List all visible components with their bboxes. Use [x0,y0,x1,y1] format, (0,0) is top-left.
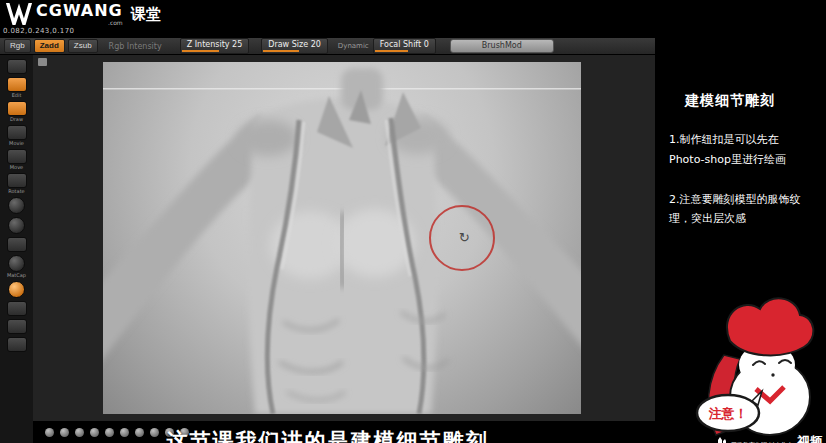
mascot-hat [727,298,813,355]
move-icon[interactable] [7,149,27,164]
zadd-button[interactable]: Zadd [34,39,65,53]
layer-icon[interactable] [7,337,27,352]
brand-logo: CGWANG .com 课堂 [6,3,161,26]
brand-name: CGWANG [36,3,123,19]
rotate-cursor-icon: ↻ [459,230,470,245]
color-coords-readout: 0.082,0.243,0.170 [3,27,74,35]
draw-brush-icon[interactable] [7,101,27,116]
app-window: CGWANG .com 课堂 0.082,0.243,0.170 Rgb Zad… [0,0,826,443]
viewport-menu-icon[interactable] [38,58,47,66]
subtool-icon[interactable] [7,319,27,334]
shelf-item-label: Move [10,165,23,170]
rgb-button[interactable]: Rgb [4,39,31,53]
viewport-area[interactable]: ↻ [33,55,655,421]
video-subtitle: 这节课我们讲的是建模细节雕刻 [0,427,655,443]
zsub-button[interactable]: Zsub [68,39,98,53]
lesson-note-2: 2.注意要雕刻模型的服饰纹理，突出层次感 [669,190,814,230]
shelf-item-label: Rotate [8,189,24,194]
lesson-panel: 建模细节雕刻 1.制作纽扣是可以先在Photo-shop里进行绘画 2.注意要雕… [655,0,826,443]
focal-shift-slider[interactable]: Focal Shift 0 [373,38,436,54]
footer-video-text: 视频 [797,435,823,443]
left-shelf: EditDrawMovieMoveRotateMatCap [0,55,33,443]
cgwang-logo-icon [6,3,32,25]
brand-domain: .com [108,20,123,26]
rotate-icon[interactable] [7,173,27,188]
sculpt-document[interactable]: ↻ [103,62,581,414]
color-swatch-icon[interactable] [7,301,27,316]
shelf-item-label: MatCap [7,273,26,278]
speech-bubble-text: 注意！ [709,406,748,421]
brush-cursor-ring: ↻ [429,205,495,271]
zbrush-toolbar: Rgb Zadd Zsub Rgb Intensity Z Intensity … [0,38,658,55]
shelf-item-label: Edit [12,93,22,98]
dynamic-label: Dynamic [338,42,369,50]
mascot-mouth [771,373,774,376]
material-sphere-icon[interactable] [8,281,25,298]
sculpt-render [103,62,581,414]
lesson-note-1: 1.制作纽扣是可以先在Photo-shop里进行绘画 [669,130,814,170]
draw-size-slider[interactable]: Draw Size 20 [261,38,328,54]
matcap-icon[interactable] [8,255,25,272]
texture-icon[interactable] [7,237,27,252]
footer-brand: 三氏教育集团 以人为本 视频 [717,435,823,443]
edit-pencil-icon[interactable] [7,77,27,92]
shelf-item-label: Draw [10,117,23,122]
lesson-title: 建模细节雕刻 [685,92,826,110]
stroke-icon[interactable] [8,197,25,214]
brand-suffix: 课堂 [131,5,161,24]
rgb-intensity-label: Rgb Intensity [109,42,162,51]
z-intensity-slider[interactable]: Z Intensity 25 [180,38,250,54]
mascot-character: 注意！ [694,293,826,441]
shelf-item-label: Movie [9,141,24,146]
alpha-icon[interactable] [8,217,25,234]
document-icon[interactable] [7,59,27,74]
brushmod-slider[interactable]: BrushMod [450,39,554,53]
footer-logo-icon [717,436,727,443]
movie-icon[interactable] [7,125,27,140]
